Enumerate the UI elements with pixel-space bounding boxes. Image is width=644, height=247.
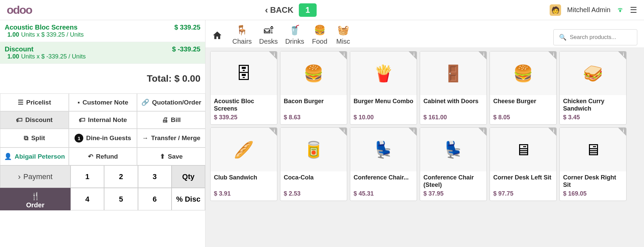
- info-icon[interactable]: i: [269, 51, 277, 59]
- payment-row: ›Payment 🍴 Order 1 2 3 Qty 4 5 6 % Disc: [0, 165, 205, 210]
- category-label: Drinks: [285, 38, 304, 45]
- user-icon: 👤: [4, 153, 12, 160]
- product-price: $ 339.25: [214, 114, 274, 121]
- customer-button[interactable]: 👤Abigail Peterson: [0, 148, 69, 165]
- numpad-5[interactable]: 5: [104, 188, 138, 210]
- product-image: 🥖 i: [211, 128, 277, 171]
- discount-button[interactable]: 🏷Discount: [0, 111, 69, 129]
- product-card[interactable]: 💺 i Conference Chair (Steel) $ 37.95: [420, 127, 487, 201]
- category-misc[interactable]: 🧺 Misc: [335, 24, 351, 45]
- order-line-detail: 1.00Units x $ 339.25 / Units: [5, 31, 200, 38]
- order-line[interactable]: Acoustic Bloc Screens $ 339.25 1.00Units…: [0, 20, 205, 42]
- product-card[interactable]: 🍔 i Bacon Burger $ 8.63: [280, 51, 347, 125]
- product-price: $ 97.75: [493, 190, 553, 197]
- username[interactable]: Mitchell Admin: [567, 6, 610, 14]
- info-icon[interactable]: i: [478, 51, 487, 59]
- product-card[interactable]: 🥖 i Club Sandwich $ 3.91: [210, 127, 277, 201]
- order-tab[interactable]: 🍴 Order: [0, 188, 71, 210]
- category-chairs[interactable]: 🪑 Chairs: [232, 24, 252, 45]
- category-icon: 🛋: [261, 24, 277, 36]
- order-total: Total: $ 0.00: [0, 64, 205, 93]
- order-lines: Acoustic Bloc Screens $ 339.25 1.00Units…: [0, 20, 205, 64]
- info-icon[interactable]: i: [269, 128, 277, 136]
- category-icon: 🍔: [312, 24, 328, 36]
- refund-button[interactable]: ↶Refund: [69, 148, 137, 165]
- table-badge[interactable]: 1: [299, 3, 317, 17]
- search-box[interactable]: 🔍: [553, 29, 637, 45]
- arrow-right-icon: →: [142, 134, 148, 142]
- hamburger-icon[interactable]: ☰: [630, 5, 637, 15]
- product-image: 💺 i: [420, 128, 487, 171]
- customer-note-button[interactable]: ▪Customer Note: [69, 93, 137, 111]
- print-icon: 🖨: [162, 116, 168, 124]
- numpad-disc[interactable]: % Disc: [172, 188, 205, 210]
- info-icon[interactable]: i: [339, 128, 347, 136]
- info-icon[interactable]: i: [409, 51, 417, 59]
- numpad-6[interactable]: 6: [138, 188, 172, 210]
- internal-note-button[interactable]: 🏷Internal Note: [69, 111, 137, 129]
- order-panel: Acoustic Bloc Screens $ 339.25 1.00Units…: [0, 20, 205, 247]
- numpad-4[interactable]: 4: [71, 188, 104, 210]
- product-price: $ 8.63: [284, 114, 343, 121]
- info-icon[interactable]: i: [409, 128, 417, 136]
- quotation-button[interactable]: 🔗Quotation/Order: [137, 93, 205, 111]
- product-name: Burger Menu Combo: [354, 98, 413, 113]
- topbar: odoo ‹ BACK 1 🧑 Mitchell Admin ☰: [0, 0, 644, 20]
- product-image: 🖥 i: [560, 128, 626, 171]
- numpad-2[interactable]: 2: [104, 165, 138, 188]
- payment-button[interactable]: ›Payment: [0, 165, 71, 188]
- info-icon[interactable]: i: [339, 51, 347, 59]
- product-image: 🍟 i: [350, 51, 417, 95]
- numpad-1[interactable]: 1: [71, 165, 104, 188]
- order-line[interactable]: Discount $ -339.25 1.00Units x $ -339.25…: [0, 42, 205, 64]
- link-icon: 🔗: [141, 98, 149, 106]
- product-card[interactable]: 🍔 i Cheese Burger $ 8.05: [490, 51, 557, 125]
- order-line-detail: 1.00Units x $ -339.25 / Units: [5, 53, 200, 60]
- bill-button[interactable]: 🖨Bill: [137, 111, 205, 129]
- info-icon[interactable]: i: [618, 51, 626, 59]
- order-line-name: Acoustic Bloc Screens: [5, 24, 78, 31]
- numpad-qty[interactable]: Qty: [172, 165, 205, 188]
- home-icon[interactable]: [212, 30, 222, 45]
- order-line-price: $ -339.25: [172, 45, 200, 53]
- numpad-3[interactable]: 3: [138, 165, 172, 188]
- svg-point-0: [620, 11, 621, 12]
- product-card[interactable]: 💺 i Conference Chair... $ 45.31: [350, 127, 417, 201]
- product-emoji: 🥖: [234, 140, 254, 159]
- pricelist-button[interactable]: ☰Pricelist: [0, 93, 69, 111]
- save-button[interactable]: ⬆Save: [137, 148, 205, 165]
- product-emoji: 🍔: [513, 64, 533, 83]
- product-card[interactable]: 🗄 i Acoustic Bloc Screens $ 339.25: [210, 51, 277, 125]
- product-image: 💺 i: [350, 128, 417, 171]
- category-drinks[interactable]: 🥤 Drinks: [285, 24, 304, 45]
- order-line-price: $ 339.25: [174, 24, 200, 31]
- category-label: Chairs: [232, 38, 252, 45]
- avatar[interactable]: 🧑: [550, 4, 561, 16]
- product-emoji: 🍟: [373, 64, 394, 83]
- product-card[interactable]: 🖥 i Corner Desk Left Sit $ 97.75: [490, 127, 557, 201]
- split-button[interactable]: ⧉Split: [0, 129, 69, 148]
- category-icon: 🥤: [287, 24, 303, 36]
- search-icon: 🔍: [559, 34, 566, 41]
- product-name: Cheese Burger: [493, 98, 553, 113]
- product-card[interactable]: 🥪 i Chicken Curry Sandwich $ 3.45: [559, 51, 627, 125]
- product-card[interactable]: 🍟 i Burger Menu Combo $ 10.00: [350, 51, 417, 125]
- transfer-button[interactable]: →Transfer / Merge: [137, 129, 205, 148]
- product-emoji: 🖥: [585, 140, 601, 159]
- product-image: 🍔 i: [280, 51, 347, 95]
- category-desks[interactable]: 🛋 Desks: [259, 24, 278, 45]
- back-button[interactable]: ‹ BACK: [265, 5, 293, 15]
- product-price: $ 3.91: [214, 190, 274, 197]
- info-icon[interactable]: i: [548, 128, 556, 136]
- product-card[interactable]: 🥫 i Coca-Cola $ 2.53: [280, 127, 347, 201]
- info-icon[interactable]: i: [548, 51, 556, 59]
- guests-button[interactable]: 1Dine-in Guests: [69, 129, 137, 148]
- product-card[interactable]: 🖥 i Corner Desk Right Sit $ 169.05: [559, 127, 627, 201]
- info-icon[interactable]: i: [478, 128, 487, 136]
- search-input[interactable]: [570, 34, 632, 41]
- product-card[interactable]: 🚪 i Cabinet with Doors $ 161.00: [420, 51, 487, 125]
- back-label: BACK: [270, 5, 293, 15]
- info-icon[interactable]: i: [618, 128, 626, 136]
- category-food[interactable]: 🍔 Food: [312, 24, 328, 45]
- tag-icon: 🏷: [16, 116, 22, 124]
